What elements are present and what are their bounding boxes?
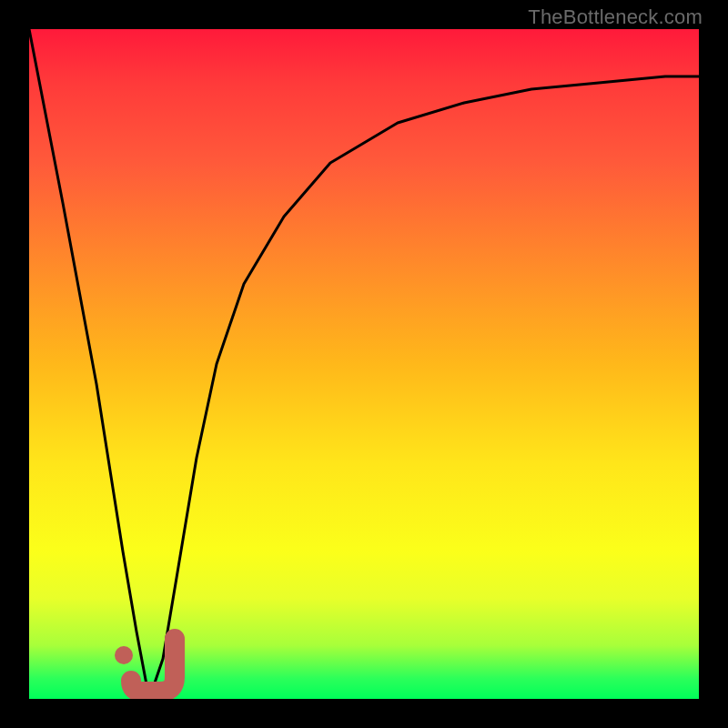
plot-area (29, 29, 699, 699)
watermark-label: TheBottleneck.com (528, 5, 703, 29)
chart-frame: TheBottleneck.com (0, 0, 728, 728)
curve-path (29, 29, 699, 699)
bottleneck-curve (29, 29, 699, 699)
